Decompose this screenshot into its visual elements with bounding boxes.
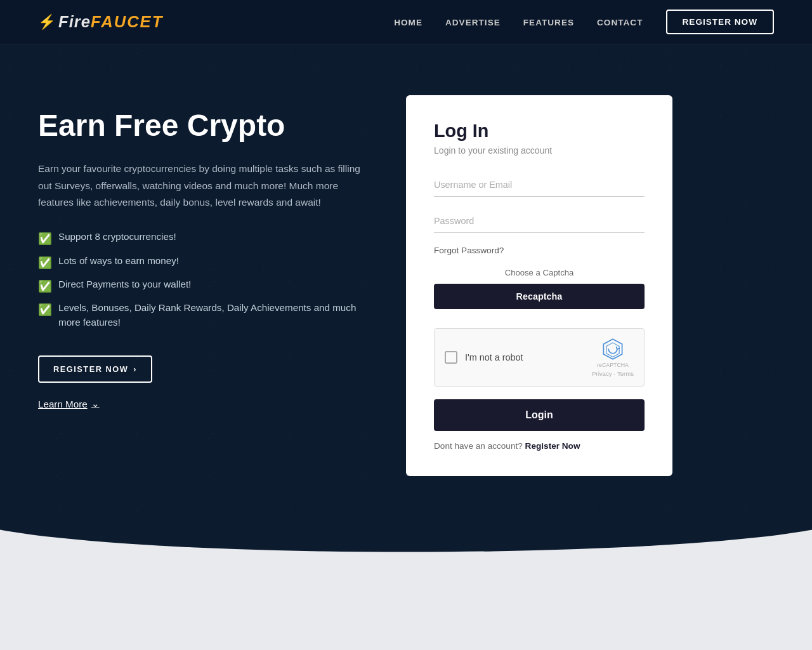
feature-text-4: Levels, Bonuses, Daily Rank Rewards, Dai… <box>58 301 368 330</box>
hero-description: Earn your favourite cryptocurrencies by … <box>38 161 368 211</box>
register-now-link[interactable]: Register Now <box>525 441 580 451</box>
feature-item-4: ✅ Levels, Bonuses, Daily Rank Rewards, D… <box>38 301 368 330</box>
check-icon-4: ✅ <box>38 302 52 318</box>
nav-register-button-wrapper[interactable]: REGISTER NOW <box>666 10 775 34</box>
captcha-label: Choose a Captcha <box>434 268 645 277</box>
feature-item-3: ✅ Direct Payments to your wallet! <box>38 277 368 295</box>
nav-register-button[interactable]: REGISTER NOW <box>666 10 775 34</box>
feature-text-3: Direct Payments to your wallet! <box>58 277 191 292</box>
register-prompt: Dont have an account? Register Now <box>434 441 645 451</box>
recaptcha-checkbox[interactable] <box>445 351 457 364</box>
login-subtitle: Login to your existing account <box>434 145 645 156</box>
logo-icon: ⚡ <box>38 13 56 30</box>
bottom-section <box>0 514 812 650</box>
login-title: Log In <box>434 121 645 142</box>
hero-title: Earn Free Crypto <box>38 108 368 143</box>
logo[interactable]: ⚡ FireFAUCET <box>38 13 163 31</box>
username-field-wrapper <box>434 173 645 197</box>
feature-text-2: Lots of ways to earn money! <box>58 254 179 269</box>
wave-divider <box>0 514 812 552</box>
recaptcha-logo-area: reCAPTCHA Privacy - Terms <box>592 338 634 377</box>
recaptcha-privacy-text: Privacy - Terms <box>592 370 634 377</box>
nav-link-home[interactable]: HOME <box>394 18 422 27</box>
captcha-section: Choose a Captcha Recaptcha <box>434 268 645 318</box>
recaptcha-button[interactable]: Recaptcha <box>434 284 645 309</box>
feature-item-1: ✅ Support 8 cryptocurrencies! <box>38 230 368 247</box>
hero-register-button[interactable]: REGISTER NOW › <box>38 355 152 383</box>
password-field-wrapper <box>434 209 645 233</box>
nav-item-features[interactable]: FEATURES <box>523 17 574 28</box>
navbar: ⚡ FireFAUCET HOME ADVERTISE FEATURES CON… <box>0 0 812 44</box>
chevron-down-icon: ⌄ <box>91 398 100 409</box>
recaptcha-brand-text: reCAPTCHA <box>597 362 629 369</box>
recaptcha-logo-icon <box>601 338 624 361</box>
recaptcha-label-text: I'm not a robot <box>465 352 584 362</box>
recaptcha-widget[interactable]: I'm not a robot reCAPTCHA Privacy - Term… <box>434 328 645 387</box>
logo-text: FireFAUCET <box>58 13 163 31</box>
nav-link-advertise[interactable]: ADVERTISE <box>445 18 501 27</box>
nav-links: HOME ADVERTISE FEATURES CONTACT REGISTER… <box>394 10 774 34</box>
feature-item-2: ✅ Lots of ways to earn money! <box>38 254 368 271</box>
features-list: ✅ Support 8 cryptocurrencies! ✅ Lots of … <box>38 230 368 330</box>
nav-link-features[interactable]: FEATURES <box>523 18 574 27</box>
learn-more-button[interactable]: Learn More ⌄ <box>38 398 100 409</box>
login-button[interactable]: Login <box>434 399 645 431</box>
username-input[interactable] <box>434 173 645 197</box>
nav-link-contact[interactable]: CONTACT <box>597 18 643 27</box>
login-section: Log In Login to your existing account Fo… <box>406 95 672 476</box>
login-card: Log In Login to your existing account Fo… <box>406 95 672 476</box>
nav-item-contact[interactable]: CONTACT <box>597 17 643 28</box>
hero-section: Earn Free Crypto Earn your favourite cry… <box>38 95 368 409</box>
check-icon-2: ✅ <box>38 255 52 271</box>
check-icon-1: ✅ <box>38 230 52 247</box>
main-content: Earn Free Crypto Earn your favourite cry… <box>0 44 812 514</box>
check-icon-3: ✅ <box>38 278 52 295</box>
nav-item-home[interactable]: HOME <box>394 17 422 28</box>
chevron-right-icon: › <box>133 364 137 374</box>
forgot-password-link[interactable]: Forgot Password? <box>434 246 645 255</box>
password-input[interactable] <box>434 209 645 233</box>
nav-item-advertise[interactable]: ADVERTISE <box>445 17 501 28</box>
feature-text-1: Support 8 cryptocurrencies! <box>58 230 176 244</box>
